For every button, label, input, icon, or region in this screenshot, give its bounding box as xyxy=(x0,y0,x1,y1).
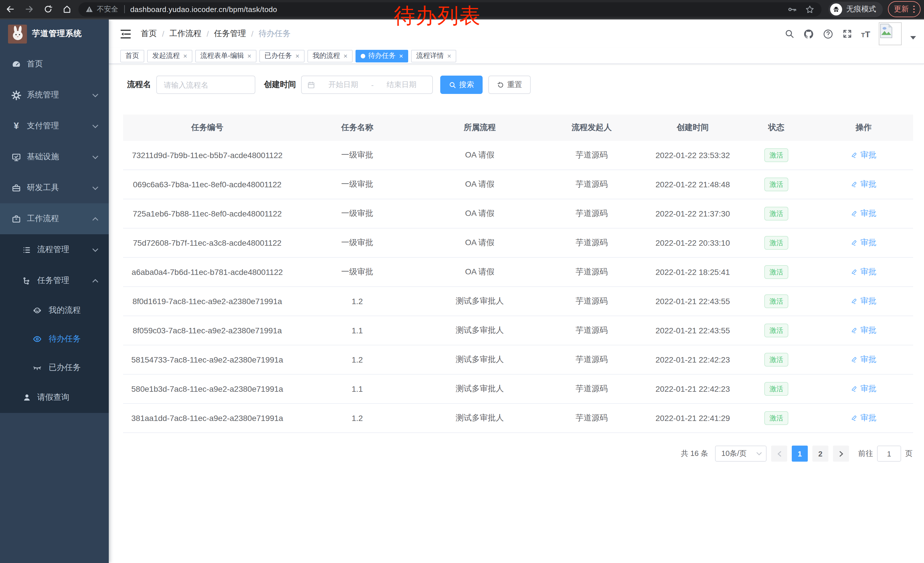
close-icon[interactable]: × xyxy=(248,53,251,59)
browser-home-button[interactable] xyxy=(60,2,74,16)
cell-create-time: 2022-01-22 21:37:30 xyxy=(647,199,738,228)
sidebar-item-todo-tasks[interactable]: 待办任务 xyxy=(0,325,109,353)
password-key-icon[interactable] xyxy=(788,4,797,14)
main-content: 首页 / 工作流程 / 任务管理 / 待办任务 TT 首页 xyxy=(109,20,924,563)
not-secure-warning-icon xyxy=(85,5,93,13)
table-header-row: 任务编号 任务名称 所属流程 流程发起人 创建时间 状态 操作 xyxy=(123,114,913,141)
cell-create-time: 2022-01-21 22:41:29 xyxy=(647,404,738,433)
breadcrumb-task-mgmt[interactable]: 任务管理 xyxy=(214,29,246,39)
approve-button[interactable]: 审批 xyxy=(851,267,876,277)
sidebar-item-system[interactable]: 系统管理 xyxy=(0,80,109,111)
sidebar-item-task-mgmt[interactable]: 任务管理 xyxy=(0,265,109,296)
tab-todo-tasks[interactable]: 待办任务× xyxy=(356,50,408,62)
sidebar-item-my-process[interactable]: 我的流程 xyxy=(0,296,109,325)
close-icon[interactable]: × xyxy=(447,53,451,59)
browser-menu-icon[interactable] xyxy=(914,6,915,13)
tab-my-process[interactable]: 我的流程× xyxy=(308,50,352,62)
github-icon[interactable] xyxy=(803,29,814,39)
sidebar-item-label: 已办任务 xyxy=(49,363,81,373)
status-badge: 激活 xyxy=(764,177,788,191)
eye-closed-icon xyxy=(32,363,42,372)
app-logo-avatar xyxy=(8,24,27,43)
sidebar-item-payment[interactable]: ¥ 支付管理 xyxy=(0,111,109,141)
approve-button[interactable]: 审批 xyxy=(851,150,876,161)
chevron-right-icon xyxy=(839,450,843,457)
tab-home[interactable]: 首页 xyxy=(120,50,144,62)
cell-task-id: 73211d9d-7b9b-11ec-b5b7-acde48001122 xyxy=(123,141,291,170)
sidebar-item-home[interactable]: 首页 xyxy=(0,49,109,80)
app-logo-row[interactable]: 芋道管理系统 xyxy=(0,20,109,48)
reset-button[interactable]: 重置 xyxy=(488,76,531,94)
approve-button[interactable]: 审批 xyxy=(851,413,876,423)
fullscreen-icon[interactable] xyxy=(842,29,852,39)
search-icon[interactable] xyxy=(784,29,795,39)
broken-image-icon xyxy=(880,24,892,38)
close-icon[interactable]: × xyxy=(296,53,299,59)
approve-button[interactable]: 审批 xyxy=(851,384,876,394)
approve-button[interactable]: 审批 xyxy=(851,209,876,219)
cell-process: OA 请假 xyxy=(423,228,536,257)
tab-done-tasks[interactable]: 已办任务× xyxy=(260,50,304,62)
sidebar-item-devtools[interactable]: 研发工具 xyxy=(0,173,109,203)
col-status: 状态 xyxy=(738,114,814,141)
tab-process-detail[interactable]: 流程详情× xyxy=(411,50,456,62)
page-size-select[interactable]: 10条/页 xyxy=(715,446,766,462)
chevron-up-icon xyxy=(92,279,99,283)
table-row: 725a1eb6-7b88-11ec-8ef0-acde48001122 一级审… xyxy=(123,199,913,228)
browser-back-button[interactable] xyxy=(3,2,17,16)
approve-button[interactable]: 审批 xyxy=(851,238,876,248)
cell-create-time: 2022-01-22 20:33:10 xyxy=(647,228,738,257)
sidebar-item-process-mgmt[interactable]: 流程管理 xyxy=(0,234,109,265)
cell-create-time: 2022-01-22 23:53:32 xyxy=(647,141,738,170)
avatar[interactable] xyxy=(879,23,902,45)
approve-button[interactable]: 审批 xyxy=(851,179,876,189)
user-icon xyxy=(22,393,32,402)
app-header: 首页 / 工作流程 / 任务管理 / 待办任务 TT xyxy=(109,20,924,48)
browser-forward-button[interactable] xyxy=(22,2,36,16)
sidebar-item-workflow[interactable]: 工作流程 xyxy=(0,203,109,234)
close-icon[interactable]: × xyxy=(344,53,348,59)
url-divider xyxy=(124,5,124,13)
caret-down-icon[interactable] xyxy=(910,36,916,39)
sidebar-item-label: 我的流程 xyxy=(49,305,81,315)
breadcrumb-workflow[interactable]: 工作流程 xyxy=(170,29,201,39)
browser-update-button[interactable]: 更新 xyxy=(888,1,921,17)
date-range-picker[interactable]: 开始日期 - 结束日期 xyxy=(301,76,433,94)
table-row: 069c6a63-7b8a-11ec-8ef0-acde48001122 一级审… xyxy=(123,170,913,199)
cell-task-id: 8f0d1619-7ac8-11ec-a9e2-a2380e71991a xyxy=(123,287,291,316)
browser-reload-button[interactable] xyxy=(41,2,55,16)
prev-page-button[interactable] xyxy=(771,446,787,462)
breadcrumb-home[interactable]: 首页 xyxy=(141,29,157,39)
tab-start-process[interactable]: 发起流程× xyxy=(147,50,192,62)
sidebar-item-leave-query[interactable]: 请假查询 xyxy=(0,382,109,413)
approve-button[interactable]: 审批 xyxy=(851,325,876,336)
bookmark-star-icon[interactable] xyxy=(805,4,815,14)
people-icon xyxy=(32,306,42,315)
approve-button[interactable]: 审批 xyxy=(851,354,876,365)
cell-task-id: a6aba0a4-7b6d-11ec-b781-acde48001122 xyxy=(123,257,291,287)
page-button-2[interactable]: 2 xyxy=(812,446,828,462)
close-icon[interactable]: × xyxy=(183,53,187,59)
page-button-1[interactable]: 1 xyxy=(792,446,808,462)
font-size-icon[interactable]: TT xyxy=(861,29,870,39)
help-icon[interactable] xyxy=(823,29,834,39)
range-separator: - xyxy=(371,81,374,89)
sidebar-item-infra[interactable]: 基础设施 xyxy=(0,141,109,173)
process-name-input[interactable] xyxy=(156,76,255,94)
tab-form-edit[interactable]: 流程表单-编辑× xyxy=(195,50,256,62)
sidebar-collapse-icon[interactable] xyxy=(120,29,131,39)
table-row: 58154733-7ac8-11ec-a9e2-a2380e71991a 1.2… xyxy=(123,345,913,374)
incognito-label: 无痕模式 xyxy=(846,4,876,14)
edit-pencil-icon xyxy=(851,268,858,276)
next-page-button[interactable] xyxy=(833,446,849,462)
approve-button[interactable]: 审批 xyxy=(851,296,876,306)
sidebar-item-label: 任务管理 xyxy=(37,275,69,286)
table-row: 381aa1dd-7ac8-11ec-a9e2-a2380e71991a 1.2… xyxy=(123,404,913,433)
pagination: 共 16 条 10条/页 1 2 前往 页 xyxy=(109,446,912,462)
sidebar-item-done-tasks[interactable]: 已办任务 xyxy=(0,353,109,382)
close-icon[interactable]: × xyxy=(399,53,403,59)
goto-page-input[interactable] xyxy=(877,446,901,462)
search-button[interactable]: 搜索 xyxy=(440,76,483,94)
status-badge: 激活 xyxy=(764,324,788,337)
col-starter: 流程发起人 xyxy=(536,114,647,141)
